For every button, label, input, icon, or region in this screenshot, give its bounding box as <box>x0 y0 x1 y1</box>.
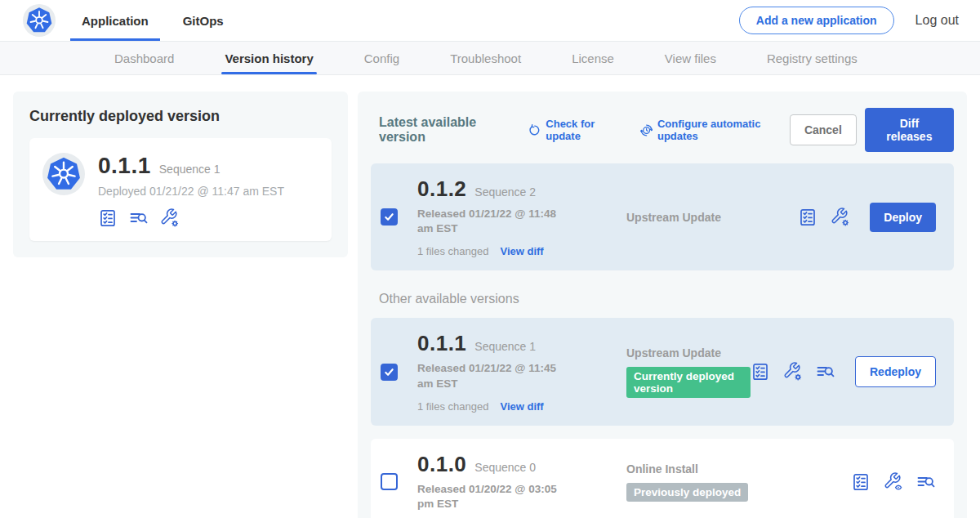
deployed-timestamp: Deployed 01/21/22 @ 11:47 am EST <box>98 185 284 198</box>
version-select-checkbox[interactable] <box>381 364 398 381</box>
app-logo-icon <box>42 153 85 195</box>
currently-deployed-card: Currently deployed version <box>13 92 348 257</box>
kubernetes-logo-icon <box>23 4 56 37</box>
configure-automatic-updates-link[interactable]: Configure automatic updates <box>640 118 790 142</box>
top-tab-application[interactable]: Application <box>82 0 149 41</box>
version-actions: Redeploy <box>751 356 939 387</box>
add-new-application-button[interactable]: Add a new application <box>739 7 894 34</box>
tab-troubleshoot[interactable]: Troubleshoot <box>450 42 521 74</box>
version-row: 0.1.0 Sequence 0 Released 01/20/22 @ 03:… <box>371 439 954 518</box>
version-status-badge: Previously deployed <box>626 483 748 502</box>
cancel-button[interactable]: Cancel <box>790 114 857 145</box>
version-released-timestamp: Released 01/20/22 @ 03:05 pm EST <box>417 482 574 511</box>
version-source: Online Install Previously deployed <box>590 462 851 502</box>
diff-releases-button[interactable]: Diff releases <box>865 108 954 152</box>
version-action-button[interactable]: Deploy <box>870 203 936 232</box>
deployed-version-sequence: Sequence 1 <box>159 163 220 176</box>
version-released-timestamp: Released 01/21/22 @ 11:45 am EST <box>417 361 574 391</box>
version-history-card: Latest available version Check for updat… <box>358 92 967 518</box>
version-actions <box>851 472 939 492</box>
version-select-checkbox[interactable] <box>381 208 398 226</box>
other-versions-list: 0.1.1 Sequence 1 Released 01/21/22 @ 11:… <box>371 318 954 518</box>
deployed-version-number: 0.1.1 <box>98 153 151 179</box>
version-source-label: Online Install <box>626 462 851 476</box>
version-sequence: Sequence 1 <box>474 340 536 353</box>
check-for-update-link[interactable]: Check for update <box>528 118 624 142</box>
version-source: Upstream Update <box>590 211 798 224</box>
version-action-button[interactable]: Redeploy <box>855 356 936 387</box>
tab-license[interactable]: License <box>572 42 614 74</box>
preflight-checklist-icon[interactable] <box>851 472 871 492</box>
latest-version-list: 0.1.2 Sequence 2 Released 01/21/22 @ 11:… <box>371 163 954 270</box>
top-nav: ApplicationGitOps Add a new application … <box>0 0 980 41</box>
tab-dashboard[interactable]: Dashboard <box>114 42 174 74</box>
version-number: 0.1.2 <box>417 176 466 202</box>
tab-version-history[interactable]: Version history <box>225 42 313 74</box>
deploy-logs-icon[interactable] <box>916 472 936 492</box>
deployed-version-box: 0.1.1 Sequence 1 Deployed 01/21/22 @ 11:… <box>29 138 332 241</box>
deploy-logs-icon[interactable] <box>816 362 835 382</box>
version-info: 0.1.0 Sequence 0 Released 01/20/22 @ 03:… <box>417 452 590 511</box>
deploy-logs-icon[interactable] <box>129 208 149 228</box>
tab-view-files[interactable]: View files <box>665 42 716 74</box>
configure-automatic-updates-label: Configure automatic updates <box>657 118 790 142</box>
other-available-versions-label: Other available versions <box>379 292 954 306</box>
preflight-checklist-icon[interactable] <box>798 208 817 227</box>
edit-config-icon[interactable] <box>160 208 180 228</box>
edit-config-icon[interactable] <box>831 208 850 227</box>
version-number: 0.1.0 <box>417 452 466 477</box>
view-config-icon[interactable] <box>884 472 903 492</box>
refresh-icon <box>528 123 541 137</box>
version-released-timestamp: Released 01/21/22 @ 11:48 am EST <box>417 207 574 236</box>
tab-registry-settings[interactable]: Registry settings <box>767 42 858 74</box>
version-number: 0.1.1 <box>417 331 466 356</box>
version-select-checkbox[interactable] <box>381 473 398 490</box>
edit-config-icon[interactable] <box>783 362 803 382</box>
version-row: 0.1.1 Sequence 1 Released 01/21/22 @ 11:… <box>371 318 954 425</box>
version-info: 0.1.2 Sequence 2 Released 01/21/22 @ 11:… <box>417 176 590 257</box>
view-diff-link[interactable]: View diff <box>500 245 543 257</box>
main-content: Currently deployed version <box>0 75 980 518</box>
version-status-badge: Currently deployed version <box>626 367 751 398</box>
version-sequence: Sequence 0 <box>474 461 536 474</box>
version-info: 0.1.1 Sequence 1 Released 01/21/22 @ 11:… <box>417 331 590 412</box>
version-actions: Deploy <box>798 203 939 232</box>
currently-deployed-title: Currently deployed version <box>29 108 332 125</box>
version-source: Upstream Update Currently deployed versi… <box>590 346 751 398</box>
sub-nav: DashboardVersion historyConfigTroublesho… <box>0 41 980 75</box>
files-changed-label: 1 files changed <box>417 400 488 413</box>
version-sequence: Sequence 2 <box>474 185 536 199</box>
top-tab-gitops[interactable]: GitOps <box>183 0 224 41</box>
view-diff-link[interactable]: View diff <box>500 400 543 413</box>
version-source-label: Upstream Update <box>626 211 798 224</box>
scheduled-update-icon <box>640 123 653 137</box>
check-for-update-label: Check for update <box>546 118 623 142</box>
preflight-checklist-icon[interactable] <box>751 362 770 382</box>
latest-version-header: Latest available version Check for updat… <box>371 105 954 154</box>
preflight-checklist-icon[interactable] <box>98 208 118 228</box>
latest-available-title: Latest available version <box>379 115 512 145</box>
version-source-label: Upstream Update <box>626 346 751 359</box>
deployed-version-icons <box>98 208 284 228</box>
version-row: 0.1.2 Sequence 2 Released 01/21/22 @ 11:… <box>371 163 954 270</box>
files-changed-label: 1 files changed <box>417 245 488 257</box>
top-nav-tabs: ApplicationGitOps <box>82 0 224 41</box>
tab-config[interactable]: Config <box>364 42 399 74</box>
logout-button[interactable]: Log out <box>915 13 959 28</box>
